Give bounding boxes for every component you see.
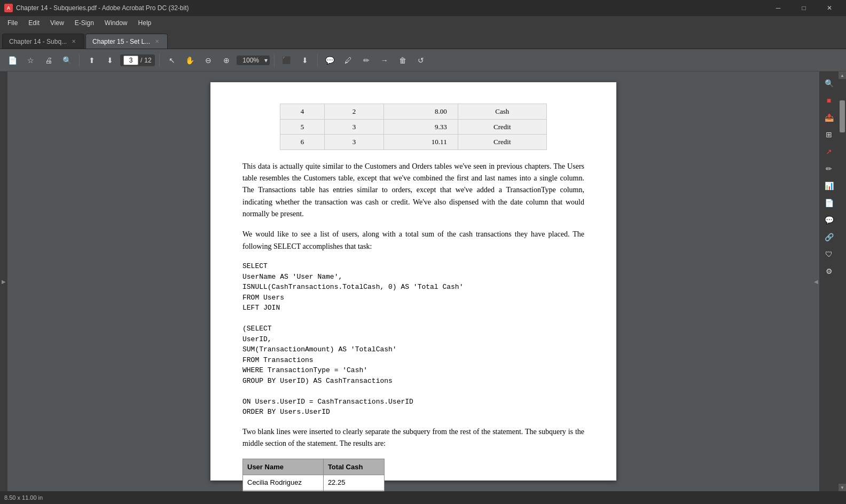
table-cell: 8.00 [384,104,458,120]
prev-page-button[interactable]: ⬆ [84,52,100,68]
menu-view[interactable]: View [45,17,69,29]
redact-tool[interactable]: ■ [821,93,836,108]
table-row: 5 3 9.33 Credit [280,119,547,135]
scroll-down-button[interactable]: ▼ [839,484,846,491]
export-tool[interactable]: ↗ [821,144,836,159]
table-cell: 2 [325,104,384,120]
select-tool-button[interactable]: ↖ [164,52,180,68]
delete-button[interactable]: 🗑 [395,52,411,68]
scroll-up-button[interactable]: ▲ [839,72,846,79]
yellow-tool[interactable]: 📄 [821,195,836,210]
organize-tool[interactable]: ⊞ [821,127,836,142]
tab-chapter15-label: Chapter 15 - Set L... [92,38,150,45]
menu-edit[interactable]: Edit [23,17,45,29]
bookmark-button[interactable]: ☆ [22,52,38,68]
comment-button[interactable]: 💬 [322,52,338,68]
window-title: Chapter 14 - Subqueries.pdf - Adobe Acro… [16,4,766,12]
table-cell-name: Elaine Bundy [243,490,324,491]
separator1 [79,54,80,67]
table-cell-cash: 22.25 [323,475,385,491]
tab-chapter14[interactable]: Chapter 14 - Subq... ✕ [2,34,84,49]
toolbar: 📄 ☆ 🖨 🔍 ⬆ ⬇ / 12 ↖ ✋ ⊖ ⊕ ▾ ⬛ ⬇ 💬 🖊 ✏ → 🗑… [0,49,846,72]
menu-window[interactable]: Window [99,17,133,29]
scroll-track[interactable] [839,79,846,484]
table-cell: 10.11 [384,135,458,150]
right-sidebar: ◀ 🔍 ■ 📤 ⊞ ↗ ✏ 📊 📄 💬 🔗 🛡 ⚙ [819,72,839,491]
app-icon: A [4,4,13,12]
paragraph1: This data is actually quite similar to t… [242,161,584,220]
menu-esign[interactable]: E-Sign [69,17,99,29]
separator4 [317,54,318,67]
zoom-input[interactable] [239,57,263,64]
menu-help[interactable]: Help [133,17,157,29]
edit-tool[interactable]: ✏ [821,161,836,176]
page-input[interactable] [123,56,138,65]
results-header-row: User Name Total Cash [243,459,385,475]
zoom-dropdown-icon[interactable]: ▾ [264,57,268,64]
print-button[interactable]: 🖨 [41,52,57,68]
menu-file[interactable]: File [2,17,23,29]
zoom-group: ▾ [237,56,270,65]
paragraph3: Two blank lines were inserted to clearly… [242,426,584,450]
page-total: 12 [144,57,151,64]
create-tool[interactable]: 📊 [821,178,836,193]
table-cell: 6 [280,135,325,150]
table-row: Cecilia Rodriguez 22.25 [243,475,385,491]
zoom-tool-right[interactable]: 🔍 [821,76,836,91]
status-bar: 8.50 x 11.00 in [0,491,846,504]
vertical-scrollbar[interactable]: ▲ ▼ [839,72,846,491]
menu-bar: File Edit View E-Sign Window Help [0,16,846,30]
zoom-in-button[interactable]: ⊕ [218,52,234,68]
table-cell: 3 [325,119,384,135]
results-table: User Name Total Cash Cecilia Rodriguez 2… [242,459,385,491]
left-sidebar-toggle[interactable]: ▶ [0,72,7,491]
snapshot-button[interactable]: ⬛ [279,52,295,68]
page-area[interactable]: 4 2 8.00 Cash 5 3 9.33 Credit 6 3 10.11 … [7,72,819,491]
tab-bar: Chapter 14 - Subq... ✕ Chapter 15 - Set … [0,30,846,49]
tab-chapter15-close[interactable]: ✕ [153,38,161,45]
stamp-button[interactable]: → [377,52,393,68]
page-size-status: 8.50 x 11.00 in [4,494,43,501]
share-tool[interactable]: 🔗 [821,230,836,245]
scroll-thumb[interactable] [840,100,845,132]
tab-chapter14-close[interactable]: ✕ [70,38,77,45]
table-cell: Credit [458,119,546,135]
table-cell: 5 [280,119,325,135]
scroll-mode-button[interactable]: ⬇ [297,52,313,68]
paragraph2: We would like to see a list of users, al… [242,229,584,253]
page-nav: / 12 [120,54,155,66]
settings-tool[interactable]: ⚙ [821,264,836,279]
draw-button[interactable]: ✏ [358,52,374,68]
main-area: ▶ 4 2 8.00 Cash 5 3 9.33 Credit 6 [0,72,846,491]
table-cell: 3 [325,135,384,150]
window-controls: ─ □ ✕ [766,0,842,16]
table-row: 6 3 10.11 Credit [280,135,547,150]
title-bar: A Chapter 14 - Subqueries.pdf - Adobe Ac… [0,0,846,16]
shield-tool[interactable]: 🛡 [821,247,836,262]
code-block: SELECT UserName AS 'User Name', ISNULL(C… [242,261,584,418]
pdf-page: 4 2 8.00 Cash 5 3 9.33 Credit 6 3 10.11 … [210,82,616,481]
tab-chapter14-label: Chapter 14 - Subq... [9,38,67,45]
send-tool[interactable]: 📤 [821,110,836,125]
table-cell: Cash [458,104,546,120]
new-button[interactable]: 📄 [4,52,20,68]
tab-chapter15[interactable]: Chapter 15 - Set L... ✕ [85,34,168,49]
rotate-button[interactable]: ↺ [413,52,429,68]
table-cell: 9.33 [384,119,458,135]
right-arrow-icon[interactable]: ◀ [814,279,818,285]
search-button[interactable]: 🔍 [59,52,75,68]
maximize-button[interactable]: □ [792,0,816,16]
zoom-out-button[interactable]: ⊖ [200,52,216,68]
next-page-button[interactable]: ⬇ [102,52,118,68]
table-cell: Credit [458,135,546,150]
page-separator: / [140,57,142,64]
highlight-button[interactable]: 🖊 [340,52,356,68]
left-arrow-icon: ▶ [2,279,6,285]
col-totalcash: Total Cash [323,459,385,475]
minimize-button[interactable]: ─ [766,0,790,16]
hand-tool-button[interactable]: ✋ [182,52,198,68]
comment-right[interactable]: 💬 [821,212,836,227]
separator2 [159,54,160,67]
table-cell-cash: 8.00 [323,490,385,491]
close-button[interactable]: ✕ [817,0,842,16]
